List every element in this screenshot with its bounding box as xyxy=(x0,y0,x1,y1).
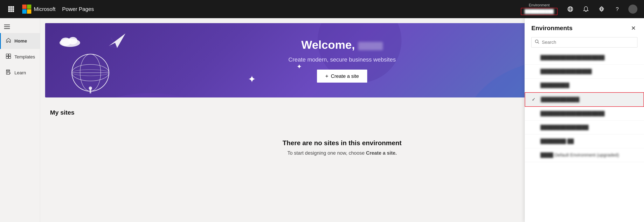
banner-welcome-text: Welcome, xyxy=(301,38,355,51)
env-item-name: █████████ xyxy=(540,83,569,88)
env-search-input[interactable] xyxy=(542,40,634,45)
svg-rect-19 xyxy=(4,25,10,25)
sidebar: Home Templates xyxy=(0,18,40,222)
svg-rect-20 xyxy=(4,26,10,27)
env-item-name: ████████████████ xyxy=(540,69,592,74)
svg-rect-24 xyxy=(6,56,8,58)
svg-rect-2 xyxy=(12,6,14,8)
svg-rect-9 xyxy=(22,5,26,9)
svg-rect-0 xyxy=(8,6,10,8)
env-search-container xyxy=(531,37,638,48)
sidebar-toggle-button[interactable] xyxy=(0,22,40,33)
main-layout: Home Templates xyxy=(0,18,644,222)
env-list-item[interactable]: ████████████████████ xyxy=(525,107,644,121)
empty-state-desc-link[interactable]: Create a site. xyxy=(366,150,397,156)
home-icon xyxy=(6,38,11,44)
env-list-item-selected[interactable]: ✓ ████████████ xyxy=(525,92,644,107)
sidebar-item-templates-label: Templates xyxy=(14,54,35,60)
environment-section: Environment ██████████ xyxy=(521,3,558,15)
create-site-button[interactable]: + Create a site xyxy=(317,70,367,83)
sidebar-item-templates[interactable]: Templates xyxy=(0,49,40,65)
banner-subtitle: Create modern, secure business websites xyxy=(288,56,396,63)
environments-panel: Environments ✕ ████████████████████ ████… xyxy=(524,18,644,222)
svg-text:✦: ✦ xyxy=(248,74,256,85)
empty-state-description: To start designing one now, choose Creat… xyxy=(287,150,397,156)
help-button[interactable]: ? xyxy=(613,5,622,14)
env-label: Environment xyxy=(529,3,550,8)
env-list-item[interactable]: ████ Default Environment (upgraded) xyxy=(525,148,644,162)
banner-username-blurred xyxy=(358,42,383,50)
svg-rect-21 xyxy=(4,28,10,29)
env-list-item[interactable]: ████████████████████ xyxy=(525,51,644,65)
env-item-name: ████████████████████ xyxy=(540,111,605,116)
banner-content: Welcome, Create modern, secure business … xyxy=(288,38,396,83)
env-item-name: ███████████████ xyxy=(540,125,588,130)
env-list-item[interactable]: █████████ xyxy=(525,78,644,92)
svg-line-63 xyxy=(538,43,539,44)
settings-gear-button[interactable] xyxy=(597,5,606,14)
env-item-name: ████ Default Environment (upgraded) xyxy=(540,152,619,158)
svg-rect-5 xyxy=(12,8,14,10)
learn-icon xyxy=(6,69,11,76)
waffle-menu-button[interactable] xyxy=(6,5,16,14)
svg-rect-10 xyxy=(27,5,31,9)
svg-rect-1 xyxy=(10,6,12,8)
svg-point-18 xyxy=(601,8,602,10)
svg-rect-43 xyxy=(90,88,91,93)
svg-rect-22 xyxy=(6,54,8,56)
sidebar-item-learn[interactable]: Learn xyxy=(0,65,40,81)
env-list: ████████████████████ ████████████████ ██… xyxy=(525,51,644,222)
svg-rect-3 xyxy=(8,8,10,10)
svg-point-50 xyxy=(68,37,78,44)
create-site-label: Create a site xyxy=(331,73,359,79)
env-panel-title: Environments xyxy=(531,25,572,32)
empty-state-title: There are no sites in this environment xyxy=(282,139,402,147)
env-item-name: ████████████ xyxy=(541,97,579,102)
svg-line-46 xyxy=(109,46,117,48)
env-list-item[interactable]: ████████ ██ xyxy=(525,135,644,148)
env-panel-close-button[interactable]: ✕ xyxy=(629,24,638,32)
svg-rect-4 xyxy=(10,8,12,10)
topbar: Microsoft Power Pages Environment ██████… xyxy=(0,0,644,18)
svg-rect-23 xyxy=(9,54,11,56)
environment-selector-button[interactable]: ██████████ xyxy=(521,8,558,15)
brand-label: Microsoft xyxy=(34,6,56,12)
svg-marker-45 xyxy=(109,34,126,48)
user-avatar[interactable] xyxy=(628,5,638,14)
svg-rect-6 xyxy=(8,10,10,12)
svg-rect-8 xyxy=(12,10,14,12)
svg-text:•: • xyxy=(272,96,274,97)
svg-rect-12 xyxy=(27,9,31,14)
env-item-name: ████████████████████ xyxy=(540,55,605,60)
notification-bell-button[interactable] xyxy=(582,5,590,14)
topbar-actions: ? xyxy=(566,5,638,14)
svg-point-62 xyxy=(535,40,538,43)
sidebar-item-learn-label: Learn xyxy=(14,70,26,76)
env-name-blurred: ██████████ xyxy=(524,9,554,14)
microsoft-logo: Microsoft xyxy=(22,5,56,14)
svg-rect-25 xyxy=(9,56,11,58)
templates-icon xyxy=(6,53,11,60)
svg-rect-7 xyxy=(10,10,12,12)
env-list-item[interactable]: ████████████████ xyxy=(525,65,644,78)
svg-point-31 xyxy=(62,93,237,97)
sidebar-item-home-label: Home xyxy=(14,38,27,44)
env-panel-header: Environments ✕ xyxy=(525,18,644,36)
svg-rect-11 xyxy=(22,9,26,14)
create-site-icon: + xyxy=(325,73,328,79)
env-item-name: ████████ ██ xyxy=(540,139,574,144)
sidebar-item-home[interactable]: Home xyxy=(0,33,40,49)
env-list-item[interactable]: ███████████████ xyxy=(525,121,644,135)
env-selected-check-icon: ✓ xyxy=(532,97,538,102)
empty-state-desc-prefix: To start designing one now, choose xyxy=(287,150,366,156)
app-name-label: Power Pages xyxy=(62,6,94,12)
globe-icon-button[interactable] xyxy=(566,5,575,14)
search-icon xyxy=(535,39,540,45)
